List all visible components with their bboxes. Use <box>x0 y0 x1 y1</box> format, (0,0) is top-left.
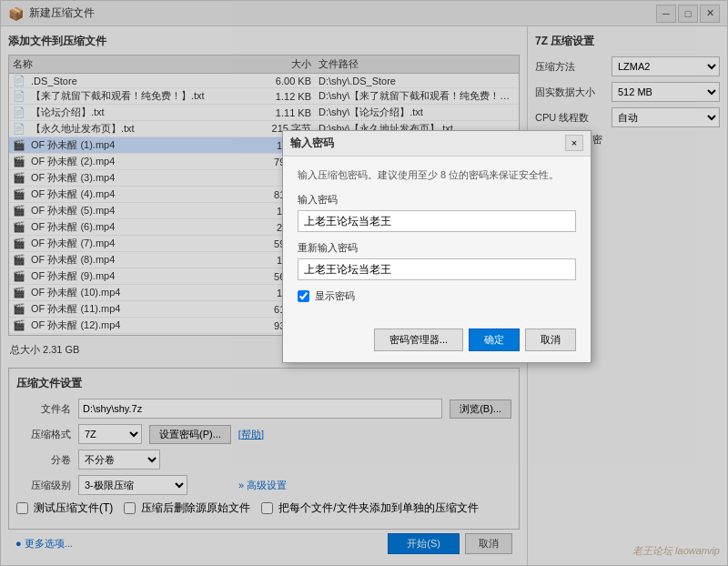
main-window: 📦 新建压缩文件 ─ □ ✕ 添加文件到压缩文件 名称 大小 文件路径 📄 .D… <box>0 0 728 566</box>
dialog-title-bar: 输入密码 × <box>283 131 591 157</box>
password-dialog: 输入密码 × 输入压缩包密码。建议使用至少 8 位的密码来保证安全性。 输入密码… <box>282 130 592 364</box>
show-password-label: 显示密码 <box>315 289 355 303</box>
password-input[interactable] <box>298 210 576 232</box>
password-manager-button[interactable]: 密码管理器... <box>374 328 463 351</box>
dialog-close-button[interactable]: × <box>565 135 583 151</box>
dialog-cancel-button[interactable]: 取消 <box>525 328 576 351</box>
dialog-body: 输入压缩包密码。建议使用至少 8 位的密码来保证安全性。 输入密码 重新输入密码… <box>283 157 591 324</box>
show-password-row: 显示密码 <box>298 289 576 303</box>
show-password-checkbox[interactable] <box>298 290 309 302</box>
dialog-desc: 输入压缩包密码。建议使用至少 8 位的密码来保证安全性。 <box>298 167 576 183</box>
password-field-label: 输入密码 <box>298 193 576 207</box>
dialog-footer: 密码管理器... 确定 取消 <box>283 323 591 362</box>
dialog-overlay: 输入密码 × 输入压缩包密码。建议使用至少 8 位的密码来保证安全性。 输入密码… <box>1 1 727 565</box>
dialog-title: 输入密码 <box>290 136 334 151</box>
confirm-field-label: 重新输入密码 <box>298 241 576 255</box>
dialog-ok-button[interactable]: 确定 <box>469 328 520 351</box>
confirm-password-input[interactable] <box>298 258 576 280</box>
